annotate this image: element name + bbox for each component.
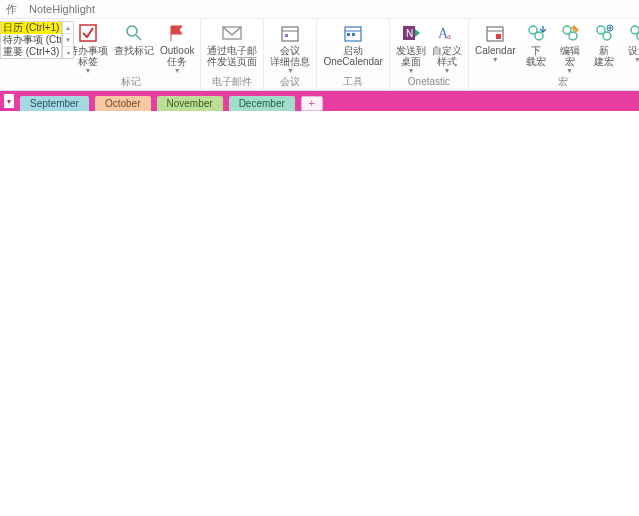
styles-icon: Aa (436, 22, 458, 44)
svg-line-2 (136, 35, 141, 40)
section-tab-october[interactable]: October (95, 96, 151, 111)
tag-item-important[interactable]: 重要 (Ctrl+3) (1, 46, 61, 58)
group-tags-label: 标记 (66, 76, 196, 90)
chevron-down-icon: ▼ (566, 68, 573, 74)
group-email: 通过电子邮件发送页面 电子邮件 (201, 19, 264, 90)
svg-point-1 (127, 26, 137, 36)
chevron-down-icon: ▼ (287, 68, 294, 74)
download-macros-button[interactable]: 下载宏 (520, 21, 552, 68)
chevron-down-icon: ▼ (174, 68, 181, 74)
outlook-tasks-button[interactable]: Outlook任务 ▼ (158, 21, 196, 75)
checkbox-icon (77, 22, 99, 44)
new-macro-button[interactable]: 新建宏 (588, 21, 620, 68)
new-macro-label: 新建宏 (594, 45, 614, 67)
macro-settings-label: 设置 (628, 45, 639, 56)
notebook-expander[interactable]: ▾ (4, 94, 14, 108)
svg-rect-9 (347, 33, 350, 36)
tag-gallery[interactable]: 日历 (Ctrl+1) 待办事项 (Ctrl+2) 重要 (Ctrl+3) ▲ … (0, 21, 62, 76)
download-macros-label: 下载宏 (526, 45, 546, 67)
gears-download-icon (525, 22, 547, 44)
group-email-label: 电子邮件 (205, 76, 259, 90)
tag-gallery-list: 日历 (Ctrl+1) 待办事项 (Ctrl+2) 重要 (Ctrl+3) (0, 21, 62, 59)
onecalendar-label: 启动OneCalendar (323, 45, 382, 67)
tag-item-calendar[interactable]: 日历 (Ctrl+1) (1, 22, 61, 34)
group-meeting: 会议详细信息 ▼ 会议 (264, 19, 317, 90)
svg-rect-0 (80, 25, 96, 41)
group-tools: 启动OneCalendar 工具 (317, 19, 389, 90)
chevron-down-icon: ▼ (492, 57, 499, 63)
section-tab-strip: ▾ September October November December + (0, 91, 639, 111)
outlook-tasks-label: Outlook任务 (160, 45, 194, 67)
macro-settings-button[interactable]: 设置 ▼ (622, 21, 639, 64)
svg-text:N: N (406, 28, 413, 39)
meeting-details-button[interactable]: 会议详细信息 ▼ (268, 21, 312, 75)
chevron-down-icon: ▼ (85, 68, 92, 74)
group-macros: Calendar ▼ 下载宏 编辑宏 ▼ 新建宏 (469, 19, 639, 90)
calendar-macro-button[interactable]: Calendar ▼ (473, 21, 518, 64)
ribbon-tabs: 作 NoteHighlight (0, 0, 639, 19)
chevron-down-icon: ▼ (407, 68, 414, 74)
flag-icon (166, 22, 188, 44)
group-onetastic-label: Onetastic (394, 76, 464, 90)
edit-macros-button[interactable]: 编辑宏 ▼ (554, 21, 586, 75)
chevron-down-icon: ▼ (634, 57, 639, 63)
group-tags: 待办事项标签 ▼ 查找标记 Outlook任务 ▼ 标记 (62, 19, 201, 90)
chevron-down-icon: ▾ (7, 97, 11, 106)
todo-tag-label: 待办事项标签 (68, 45, 108, 67)
svg-rect-17 (496, 34, 501, 39)
gears-new-icon (593, 22, 615, 44)
onecalendar-button[interactable]: 启动OneCalendar (321, 21, 384, 68)
scroll-up-icon[interactable]: ▲ (63, 22, 73, 34)
calendar2-icon (484, 22, 506, 44)
add-section-button[interactable]: + (301, 96, 323, 111)
group-macros-label: 宏 (473, 76, 639, 90)
svg-text:a: a (447, 31, 451, 41)
onenote-icon: N (400, 22, 422, 44)
search-tag-icon (123, 22, 145, 44)
group-meeting-label: 会议 (268, 76, 312, 90)
svg-point-19 (535, 32, 543, 40)
tag-gallery-scroller: ▲ ▼ ▾ (62, 21, 74, 59)
gears-settings-icon (627, 22, 639, 44)
find-tags-label: 查找标记 (114, 45, 154, 56)
email-page-label: 通过电子邮件发送页面 (207, 45, 257, 67)
envelope-icon (221, 22, 243, 44)
custom-styles-label: 自定义样式 (432, 45, 462, 67)
ribbon-tab-left[interactable]: 作 (0, 0, 23, 19)
edit-macros-label: 编辑宏 (560, 45, 580, 67)
svg-rect-4 (282, 27, 298, 41)
scroll-down-icon[interactable]: ▼ (63, 34, 73, 46)
launch-calendar-icon (342, 22, 364, 44)
chevron-down-icon: ▼ (443, 68, 450, 74)
gears-edit-icon (559, 22, 581, 44)
gallery-expand-icon[interactable]: ▾ (63, 47, 73, 58)
page-canvas[interactable] (0, 111, 639, 516)
section-tab-november[interactable]: November (157, 96, 223, 111)
svg-rect-10 (352, 33, 355, 36)
section-tab-december[interactable]: December (229, 96, 295, 111)
calendar-macro-label: Calendar (475, 45, 516, 56)
find-tags-button[interactable]: 查找标记 (112, 21, 156, 57)
custom-styles-button[interactable]: Aa 自定义样式 ▼ (430, 21, 464, 75)
tag-item-todo[interactable]: 待办事项 (Ctrl+2) (1, 34, 61, 46)
send-to-desktop-button[interactable]: N 发送到桌面 ▼ (394, 21, 428, 75)
svg-point-23 (603, 32, 611, 40)
meeting-details-label: 会议详细信息 (270, 45, 310, 67)
svg-point-21 (569, 32, 577, 40)
send-to-desktop-label: 发送到桌面 (396, 45, 426, 67)
ribbon: 日历 (Ctrl+1) 待办事项 (Ctrl+2) 重要 (Ctrl+3) ▲ … (0, 19, 639, 91)
section-tab-september[interactable]: September (20, 96, 89, 111)
ribbon-tab-notehighlight[interactable]: NoteHighlight (23, 0, 101, 19)
svg-rect-6 (285, 34, 288, 37)
group-tools-label: 工具 (321, 76, 384, 90)
calendar-icon (279, 22, 301, 44)
email-page-button[interactable]: 通过电子邮件发送页面 (205, 21, 259, 68)
group-onetastic: N 发送到桌面 ▼ Aa 自定义样式 ▼ Onetastic (390, 19, 469, 90)
